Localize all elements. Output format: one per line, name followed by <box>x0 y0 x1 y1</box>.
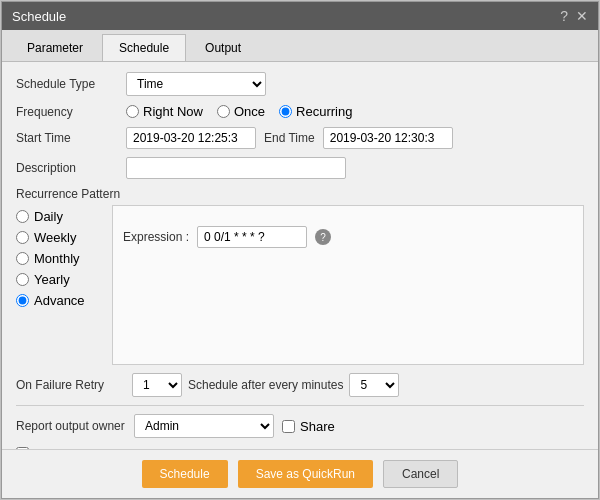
radio-yearly-input[interactable] <box>16 273 29 286</box>
owner-row: Report output owner AdminUser1User2 Shar… <box>16 414 584 438</box>
radio-recurring-input[interactable] <box>279 105 292 118</box>
recurrence-pattern-row: Recurrence Pattern <box>16 187 584 201</box>
frequency-radio-group: Right Now Once Recurring <box>126 104 352 119</box>
save-quickrun-button[interactable]: Save as QuickRun <box>238 460 373 488</box>
recurrence-section: Daily Weekly Monthly Yearly Advance <box>16 205 584 365</box>
share-checkbox[interactable] <box>282 420 295 433</box>
share-label: Share <box>300 419 335 434</box>
owner-label: Report output owner <box>16 419 126 433</box>
tab-parameter[interactable]: Parameter <box>10 34 100 61</box>
radio-weekly[interactable]: Weekly <box>16 230 106 245</box>
radio-advance[interactable]: Advance <box>16 293 106 308</box>
radio-recurring[interactable]: Recurring <box>279 104 352 119</box>
expression-label: Expression : <box>123 230 189 244</box>
radio-daily[interactable]: Daily <box>16 209 106 224</box>
radio-daily-input[interactable] <box>16 210 29 223</box>
schedule-type-select[interactable]: Time Event None <box>126 72 266 96</box>
radio-right-now[interactable]: Right Now <box>126 104 203 119</box>
frequency-label: Frequency <box>16 105 126 119</box>
expression-row: Expression : ? <box>123 226 573 248</box>
content-area: Schedule Type Time Event None Frequency … <box>2 62 598 449</box>
schedule-type-label: Schedule Type <box>16 77 126 91</box>
radio-once[interactable]: Once <box>217 104 265 119</box>
owner-select[interactable]: AdminUser1User2 <box>134 414 274 438</box>
expression-help-icon[interactable]: ? <box>315 229 331 245</box>
recurrence-pattern-label: Recurrence Pattern <box>16 187 126 201</box>
start-time-label: Start Time <box>16 131 126 145</box>
start-time-input[interactable] <box>126 127 256 149</box>
tab-bar: Parameter Schedule Output <box>2 30 598 62</box>
share-group: Share <box>282 419 335 434</box>
failure-retry-select[interactable]: 12345 <box>132 373 182 397</box>
time-controls: End Time <box>126 127 453 149</box>
help-title-icon[interactable]: ? <box>560 8 568 24</box>
schedule-type-row: Schedule Type Time Event None <box>16 72 584 96</box>
schedule-type-control: Time Event None <box>126 72 584 96</box>
radio-yearly[interactable]: Yearly <box>16 272 106 287</box>
radio-once-input[interactable] <box>217 105 230 118</box>
footer: Schedule Save as QuickRun Cancel <box>2 449 598 498</box>
schedule-dialog: Schedule ? ✕ Parameter Schedule Output S… <box>1 1 599 499</box>
tab-output[interactable]: Output <box>188 34 258 61</box>
radio-monthly-input[interactable] <box>16 252 29 265</box>
radio-monthly[interactable]: Monthly <box>16 251 106 266</box>
radio-right-now-input[interactable] <box>126 105 139 118</box>
dialog-title: Schedule <box>12 9 66 24</box>
minutes-select[interactable]: 1234510 <box>349 373 399 397</box>
minutes-label: Schedule after every minutes <box>188 378 343 392</box>
radio-advance-input[interactable] <box>16 294 29 307</box>
recurrence-left: Daily Weekly Monthly Yearly Advance <box>16 205 106 365</box>
frequency-row: Frequency Right Now Once Recurring <box>16 104 584 119</box>
expression-input[interactable] <box>197 226 307 248</box>
recurrence-right: Expression : ? <box>112 205 584 365</box>
title-bar-icons: ? ✕ <box>560 8 588 24</box>
end-time-input[interactable] <box>323 127 453 149</box>
cancel-button[interactable]: Cancel <box>383 460 458 488</box>
separator <box>16 405 584 406</box>
description-input[interactable] <box>126 157 346 179</box>
description-label: Description <box>16 161 126 175</box>
radio-weekly-input[interactable] <box>16 231 29 244</box>
time-row: Start Time End Time <box>16 127 584 149</box>
schedule-button[interactable]: Schedule <box>142 460 228 488</box>
failure-retry-label: On Failure Retry <box>16 378 126 392</box>
end-time-label: End Time <box>264 131 315 145</box>
title-bar: Schedule ? ✕ <box>2 2 598 30</box>
description-row: Description <box>16 157 584 179</box>
tab-schedule[interactable]: Schedule <box>102 34 186 61</box>
close-title-icon[interactable]: ✕ <box>576 8 588 24</box>
failure-retry-row: On Failure Retry 12345 Schedule after ev… <box>16 373 584 397</box>
